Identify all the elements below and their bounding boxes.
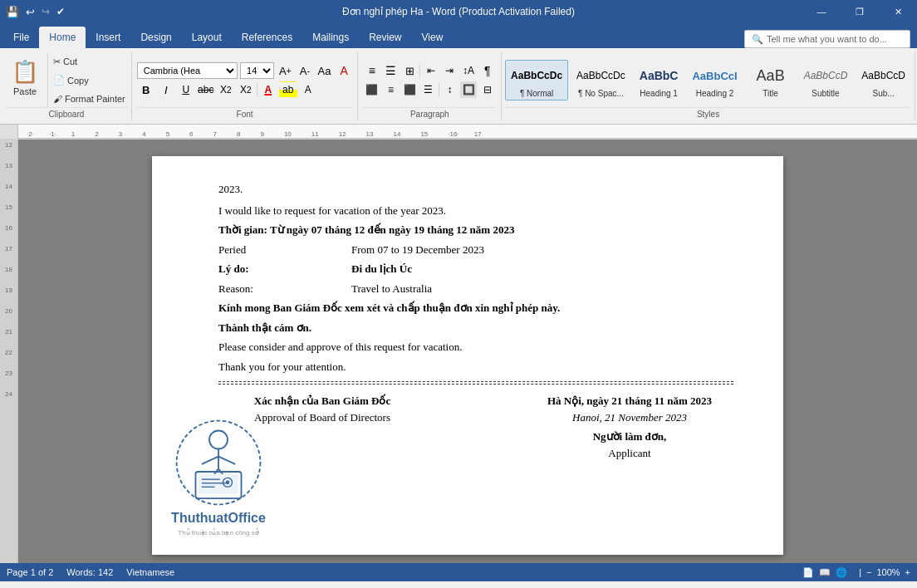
- tell-me-search[interactable]: 🔍 Tell me what you want to do...: [744, 30, 910, 48]
- align-right-button[interactable]: ⬛: [401, 81, 419, 98]
- style-normal[interactable]: AaBbCcDc ¶ Normal: [505, 60, 568, 100]
- line-spacing-button[interactable]: ↕: [441, 81, 458, 98]
- check-button[interactable]: ✔: [54, 4, 67, 19]
- style-heading1-label: Heading 1: [640, 89, 678, 98]
- sig-right-name: Người làm đơn,: [593, 429, 667, 445]
- tab-insert[interactable]: Insert: [86, 27, 130, 48]
- tab-review[interactable]: Review: [359, 27, 411, 48]
- save-quick-button[interactable]: 💾: [3, 4, 22, 20]
- bullets-button[interactable]: ≡: [363, 62, 380, 79]
- underline-button[interactable]: U: [177, 81, 195, 98]
- sort-button[interactable]: ↕A: [460, 62, 478, 79]
- doc-thanks-en: Thank you for your attention.: [218, 359, 733, 375]
- tab-file[interactable]: File: [3, 27, 39, 48]
- document-container[interactable]: ThuthuatOffice Thủ thuật của bạn công sở…: [18, 140, 917, 563]
- style-subtitle[interactable]: AaBbCcD Subtitle: [798, 60, 854, 100]
- style-nospace[interactable]: AaBbCcDc ¶ No Spac...: [571, 60, 631, 100]
- copy-button[interactable]: 📄 Copy: [51, 74, 128, 86]
- font-group: Cambria (Hea 14 A+ A- Aa A B I U abc X2: [132, 51, 359, 120]
- bold-button[interactable]: B: [137, 81, 155, 98]
- document-page[interactable]: ThuthuatOffice Thủ thuật của bạn công sở…: [152, 156, 783, 555]
- increase-font-button[interactable]: A+: [277, 62, 294, 79]
- align-center-button[interactable]: ≡: [382, 81, 400, 98]
- style-subtitle-preview: AaBbCcD: [804, 62, 848, 89]
- tab-design[interactable]: Design: [130, 27, 181, 48]
- decrease-indent-button[interactable]: ⇤: [422, 62, 439, 79]
- decrease-font-button[interactable]: A-: [297, 62, 314, 79]
- style-nospace-label: ¶ No Spac...: [578, 89, 624, 98]
- web-layout-button[interactable]: 🌐: [836, 567, 847, 578]
- undo-button[interactable]: ↩: [23, 4, 37, 20]
- ruler-bar: ·2· ·1· 1 2 3 4 5 6 7 8 9 10 11 12 13 14…: [18, 125, 917, 139]
- sig-left-title: Xác nhận của Ban Giám Đốc: [254, 393, 390, 409]
- tab-references[interactable]: References: [232, 27, 302, 48]
- doc-period-label: Peried: [218, 242, 351, 258]
- style-normal-label: ¶ Normal: [520, 89, 553, 98]
- paragraph-group-label: Paragraph: [363, 107, 496, 119]
- cut-button[interactable]: ✂ Cut: [51, 56, 128, 68]
- watermark-logo-svg: [169, 417, 268, 508]
- sig-right: Hà Nội, ngày 21 tháng 11 năm 2023 Hanoi,…: [526, 393, 733, 461]
- clipboard-right-buttons: ✂ Cut 📄 Copy 🖌 Format Painter: [51, 53, 128, 107]
- style-heading2-label: Heading 2: [696, 89, 734, 98]
- tab-home[interactable]: Home: [39, 27, 86, 48]
- zoom-out-button[interactable]: −: [866, 567, 871, 577]
- italic-button[interactable]: I: [157, 81, 175, 98]
- format-painter-icon: 🖌: [53, 94, 62, 104]
- status-language: Vietnamese: [126, 567, 174, 577]
- doc-thanks-vn-bold: Thành thật cám ơn.: [218, 320, 733, 336]
- superscript-button[interactable]: X2: [237, 81, 255, 98]
- print-layout-button[interactable]: 📄: [802, 567, 814, 578]
- justify-button[interactable]: ☰: [419, 81, 437, 98]
- status-page: Page 1 of 2: [7, 567, 53, 577]
- borders-button[interactable]: ⊟: [478, 81, 496, 98]
- tab-layout[interactable]: Layout: [182, 27, 232, 48]
- font-shading-button[interactable]: A: [299, 81, 317, 98]
- separator-line-2: [218, 384, 733, 385]
- show-paragraph-button[interactable]: ¶: [478, 62, 496, 79]
- tab-mailings[interactable]: Mailings: [302, 27, 359, 48]
- copy-label: Copy: [67, 76, 89, 86]
- restore-button[interactable]: ❐: [841, 0, 879, 23]
- sig-right-title: Hà Nội, ngày 21 tháng 11 năm 2023: [547, 393, 712, 409]
- status-bar: Page 1 of 2 Words: 142 Vietnamese 📄 📖 🌐 …: [0, 563, 917, 581]
- font-size-select[interactable]: 14: [240, 62, 274, 79]
- style-heading1[interactable]: AaBbC Heading 1: [634, 60, 684, 100]
- style-title[interactable]: AaB Title: [746, 60, 796, 100]
- close-button[interactable]: ✕: [879, 0, 917, 23]
- numbering-button[interactable]: ☰: [382, 62, 400, 79]
- style-more[interactable]: AaBbCcD Sub...: [856, 60, 911, 100]
- clear-format-button[interactable]: A: [336, 62, 353, 79]
- paste-button[interactable]: 📋 Paste: [5, 53, 45, 107]
- multilevel-button[interactable]: ⊞: [401, 62, 419, 79]
- style-nospace-preview: AaBbCcDc: [576, 62, 625, 89]
- subscript-button[interactable]: X2: [217, 81, 235, 98]
- zoom-in-button[interactable]: +: [905, 567, 910, 577]
- copy-icon: 📄: [53, 75, 65, 86]
- redo-button[interactable]: ↪: [39, 4, 52, 19]
- watermark-brand: ThuthuatOffice: [171, 508, 266, 528]
- strikethrough-button[interactable]: abc: [197, 81, 215, 98]
- change-case-button[interactable]: Aa: [316, 62, 333, 79]
- font-family-select[interactable]: Cambria (Hea: [137, 62, 238, 79]
- increase-indent-button[interactable]: ⇥: [441, 62, 458, 79]
- style-title-label: Title: [763, 89, 778, 98]
- font-color-button[interactable]: A: [259, 81, 277, 98]
- clipboard-group-label: Clipboard: [5, 107, 128, 119]
- watermark-tagline: Thủ thuật của bạn công sở: [178, 528, 259, 538]
- svg-line-3: [202, 457, 218, 464]
- paste-icon: 📋: [10, 56, 40, 86]
- tab-view[interactable]: View: [412, 27, 454, 48]
- paste-label: Paste: [13, 86, 37, 96]
- doc-period-value: From 07 to 19 December 2023: [351, 242, 733, 258]
- clipboard-group: 📋 Paste ✂ Cut 📄 Copy 🖌 F: [2, 51, 132, 120]
- highlight-color-button[interactable]: ab: [279, 81, 297, 98]
- minimize-button[interactable]: —: [802, 0, 841, 23]
- format-painter-button[interactable]: 🖌 Format Painter: [51, 93, 128, 105]
- shading-button[interactable]: 🔲: [460, 81, 478, 98]
- align-left-button[interactable]: ⬛: [363, 81, 380, 98]
- read-mode-button[interactable]: 📖: [819, 567, 831, 578]
- style-heading2-preview: AaBbCcI: [692, 62, 737, 89]
- cut-icon: ✂: [53, 56, 61, 67]
- style-heading2[interactable]: AaBbCcI Heading 2: [686, 60, 743, 100]
